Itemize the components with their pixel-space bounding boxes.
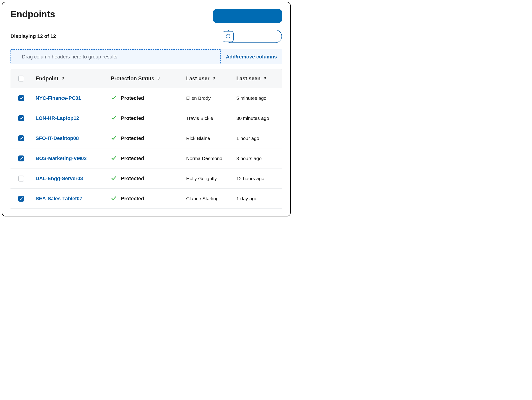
check-icon [111,175,117,182]
table-row: LON-HR-Laptop12ProtectedTravis Bickle30 … [11,108,282,128]
user-cell: Clarice Starling [186,196,234,201]
header-endpoint[interactable]: Endpoint [36,76,111,82]
refresh-icon [226,33,231,39]
status-text: Protected [121,196,144,202]
user-text: Clarice Starling [186,196,219,201]
seen-cell: 30 minutes ago [234,116,282,121]
row-checkbox[interactable] [18,175,24,181]
status-text: Protected [121,95,144,101]
header-seen[interactable]: Last seen [234,76,282,82]
header-user-label: Last user [186,76,209,82]
check-icon [111,95,117,102]
status-cell: Protected [111,135,186,142]
seen-text: 5 minutes ago [236,96,266,101]
endpoint-link[interactable]: LON-HR-Laptop12 [36,115,79,121]
table-header-row: Endpoint Protection Status Last user Las… [11,69,282,88]
user-text: Holly Golightly [186,176,217,181]
endpoint-link[interactable]: SFO-IT-Desktop08 [36,135,79,141]
grouping-row: Drag column headers here to group result… [11,49,282,65]
check-icon [111,115,117,122]
refresh-icon-button[interactable] [223,31,234,42]
status-cell: Protected [111,195,186,202]
table-row: SEA-Sales-Tablet07ProtectedClarice Starl… [11,189,282,209]
sort-icon [61,76,65,81]
user-text: Travis Bickle [186,116,213,121]
header-checkbox-cell [11,76,36,82]
seen-cell: 5 minutes ago [234,96,282,101]
endpoint-cell: NYC-Finance-PC01 [36,95,111,101]
seen-cell: 12 hours ago [234,176,282,181]
header-user[interactable]: Last user [186,76,234,82]
row-checkbox-cell [11,115,36,121]
seen-cell: 1 day ago [234,196,282,201]
app-frame: Endpoints Displaying 12 of 12 Drag colum… [2,2,291,216]
add-remove-columns-button[interactable]: Add/remove columns [221,49,282,65]
row-checkbox[interactable] [18,155,24,161]
status-text: Protected [121,175,144,181]
status-cell: Protected [111,175,186,182]
sort-icon [157,76,161,81]
group-dropzone[interactable]: Drag column headers here to group result… [11,49,221,65]
header-endpoint-label: Endpoint [36,76,58,82]
table-row: BOS-Marketing-VM02ProtectedNorma Desmond… [11,148,282,168]
status-text: Protected [121,115,144,121]
user-cell: Ellen Brody [186,96,234,101]
table-row: SFO-IT-Desktop08ProtectedRick Blaine1 ho… [11,128,282,148]
row-checkbox-cell [11,196,36,202]
endpoint-link[interactable]: BOS-Marketing-VM02 [36,155,87,161]
endpoint-link[interactable]: NYC-Finance-PC01 [36,95,81,101]
row-checkbox-cell [11,95,36,101]
endpoint-cell: SEA-Sales-Tablet07 [36,196,111,202]
row-checkbox[interactable] [18,115,24,121]
header-status-label: Protection Status [111,76,154,82]
sort-icon [263,76,267,81]
endpoint-cell: SFO-IT-Desktop08 [36,135,111,141]
row-checkbox-cell [11,155,36,161]
endpoint-link[interactable]: SEA-Sales-Tablet07 [36,196,82,202]
seen-text: 30 minutes ago [236,116,269,121]
sub-header-row: Displaying 12 of 12 [11,30,282,43]
table-row: NYC-Finance-PC01ProtectedEllen Brody5 mi… [11,88,282,108]
status-cell: Protected [111,95,186,102]
status-cell: Protected [111,155,186,162]
user-cell: Travis Bickle [186,116,234,121]
status-cell: Protected [111,115,186,122]
user-text: Ellen Brody [186,96,211,101]
sort-icon [212,76,216,81]
check-icon [111,155,117,162]
seen-text: 12 hours ago [236,176,264,181]
seen-text: 1 day ago [236,196,257,201]
result-count: Displaying 12 of 12 [11,33,56,39]
status-text: Protected [121,135,144,141]
row-checkbox[interactable] [18,95,24,101]
user-text: Rick Blaine [186,135,210,141]
header-row: Endpoints [11,9,282,23]
check-icon [111,195,117,202]
user-cell: Norma Desmond [186,156,234,161]
row-checkbox-cell [11,135,36,141]
page-title: Endpoints [11,9,55,19]
header-seen-label: Last seen [236,76,260,82]
primary-action-button[interactable] [213,9,282,23]
endpoint-cell: BOS-Marketing-VM02 [36,155,111,161]
row-checkbox-cell [11,175,36,181]
endpoint-cell: LON-HR-Laptop12 [36,115,111,121]
row-checkbox[interactable] [18,135,24,141]
seen-cell: 3 hours ago [234,156,282,161]
check-icon [111,135,117,142]
seen-text: 1 hour ago [236,135,259,141]
endpoint-cell: DAL-Engg-Server03 [36,175,111,181]
row-checkbox[interactable] [18,196,24,202]
endpoint-link[interactable]: DAL-Engg-Server03 [36,175,83,181]
status-text: Protected [121,155,144,161]
select-all-checkbox[interactable] [18,76,24,82]
endpoints-table: Endpoint Protection Status Last user Las… [11,69,282,209]
table-row: DAL-Engg-Server03ProtectedHolly Golightl… [11,168,282,189]
header-status[interactable]: Protection Status [111,76,186,82]
seen-text: 3 hours ago [236,156,262,161]
seen-cell: 1 hour ago [234,135,282,141]
user-text: Norma Desmond [186,156,222,161]
user-cell: Rick Blaine [186,135,234,141]
user-cell: Holly Golightly [186,176,234,181]
table-body: NYC-Finance-PC01ProtectedEllen Brody5 mi… [11,88,282,209]
